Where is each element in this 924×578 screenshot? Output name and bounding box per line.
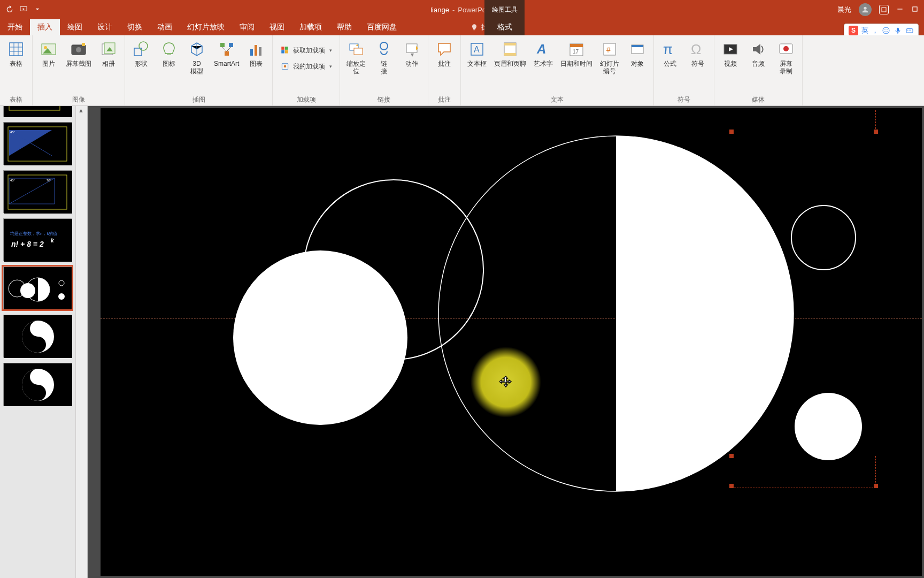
ribbon-screenshot[interactable]: 屏幕截图 (65, 39, 93, 70)
ribbon-myaddins[interactable]: 我的加载项▾ (277, 60, 335, 73)
ribbon-datetime[interactable]: 17日期和时间 (559, 39, 594, 70)
slide-thumbnail-selected[interactable] (3, 267, 72, 309)
ribbon-pic[interactable]: 图片 (37, 39, 60, 70)
ribbon-shapes[interactable]: 形状 (129, 39, 153, 70)
ribbon-textbox[interactable]: A文本框 (465, 39, 489, 70)
scroll-up-icon[interactable]: ▲ (78, 107, 84, 113)
ribbon-symbol[interactable]: Ω符号 (686, 39, 710, 70)
tab-百度网盘[interactable]: 百度网盘 (359, 19, 404, 35)
ribbon-smartart[interactable]: SmartArt (213, 39, 240, 70)
ribbon-screenrec[interactable]: 屏幕 录制 (774, 39, 798, 78)
svg-point-7 (887, 29, 887, 30)
tab-审阅[interactable]: 审阅 (232, 19, 262, 35)
ribbon-wordart[interactable]: A艺术字 (532, 39, 555, 70)
tab-帮助[interactable]: 帮助 (329, 19, 359, 35)
datetime-icon: 17 (568, 41, 585, 58)
group-label: 图像 (72, 93, 85, 104)
tab-幻灯片放映[interactable]: 幻灯片放映 (180, 19, 232, 35)
ribbon-headerfooter[interactable]: 页眉和页脚 (493, 39, 527, 70)
ribbon-album[interactable]: 相册 (97, 39, 120, 70)
slide-canvas[interactable] (101, 108, 922, 576)
ribbon-icons[interactable]: 图标 (157, 39, 181, 70)
minimize-button[interactable] (896, 5, 904, 14)
slide-canvas-area[interactable] (88, 106, 924, 578)
svg-text:45°: 45° (10, 179, 16, 182)
group-label: 文本 (551, 93, 564, 104)
textbox-icon: A (468, 41, 486, 58)
circle-filled-white-left[interactable] (232, 249, 409, 426)
tab-视图[interactable]: 视图 (262, 19, 292, 35)
tab-加载项[interactable]: 加载项 (292, 19, 329, 35)
thumbnail-scrollbar[interactable]: ▲ (75, 106, 87, 578)
svg-point-5 (883, 27, 889, 34)
group-label: 加载项 (297, 93, 316, 104)
ime-emoji-icon[interactable] (882, 26, 890, 35)
group-label: 媒体 (752, 93, 765, 104)
svg-rect-3 (897, 9, 902, 9)
ribbon-store[interactable]: 获取加载项▾ (277, 44, 335, 57)
selection-handle[interactable] (874, 484, 878, 488)
ime-voice-icon[interactable] (894, 26, 902, 35)
svg-point-105 (791, 206, 856, 270)
slide-thumbnail[interactable]: 45°70° (3, 170, 72, 213)
slide-thumbnail[interactable]: 45° (3, 122, 72, 165)
tab-动画[interactable]: 动画 (150, 19, 180, 35)
tab-切换[interactable]: 切换 (120, 19, 150, 35)
ribbon-zoom[interactable]: 缩放定 位 (344, 39, 368, 78)
qat-dropdown-icon[interactable] (33, 5, 42, 15)
slide-thumbnail[interactable] (3, 106, 72, 117)
circle-outline-small[interactable] (790, 204, 857, 271)
group-label: 表格 (10, 93, 22, 104)
tab-格式[interactable]: 格式 (484, 19, 525, 35)
half-circle-white[interactable] (437, 135, 795, 492)
quick-access-toolbar (0, 5, 42, 15)
slide-thumbnail[interactable]: 均是正整数，求n，k的值n! + 8 = 2k (3, 218, 72, 261)
ribbon-3d[interactable]: 3D 模型 (185, 39, 209, 78)
svg-rect-30 (229, 43, 233, 47)
tab-绘图[interactable]: 绘图 (60, 19, 90, 35)
ime-keyboard-icon[interactable] (905, 26, 914, 35)
tab-开始[interactable]: 开始 (0, 19, 30, 35)
svg-text:π: π (663, 41, 673, 57)
tab-设计[interactable]: 设计 (90, 19, 120, 35)
ribbon-display-icon[interactable] (879, 5, 889, 14)
titlebar: liange - PowerPoint 绘图工具 晨光 (0, 0, 924, 19)
ribbon-equation[interactable]: π公式 (658, 39, 682, 70)
redo-icon[interactable] (5, 5, 14, 15)
ribbon-slidenum[interactable]: #幻灯片 编号 (598, 39, 621, 78)
selection-handle[interactable] (729, 130, 734, 134)
start-from-beginning-icon[interactable] (19, 5, 28, 15)
action-icon (403, 41, 420, 58)
svg-rect-39 (282, 50, 285, 54)
slide-thumbnail[interactable] (3, 315, 72, 358)
ribbon-link[interactable]: 链 接 (372, 39, 396, 78)
group-label: 符号 (677, 93, 690, 104)
ribbon-chart[interactable]: 图表 (244, 39, 268, 70)
ribbon-object[interactable]: 对象 (626, 39, 649, 70)
maximize-button[interactable] (911, 5, 919, 14)
ribbon-group-加载项: 获取加载项▾我的加载项▾加载项 (273, 35, 340, 105)
ribbon-video[interactable]: 视频 (719, 39, 742, 70)
sogou-logo[interactable]: S (849, 26, 858, 35)
svg-rect-57 (570, 44, 583, 47)
tab-插入[interactable]: 插入 (30, 19, 60, 35)
slide-thumbnail[interactable] (3, 363, 72, 406)
svg-rect-53 (504, 43, 516, 45)
ribbon-audio[interactable]: 音频 (746, 39, 770, 70)
circle-filled-small[interactable] (794, 392, 863, 461)
ribbon-comment[interactable]: 批注 (433, 39, 456, 70)
slide-thumbnail-pane[interactable]: ▲ 45° 45°70° 均是正整数，求n，k的值n! + 8 = 2k (0, 106, 88, 578)
svg-text:k: k (51, 238, 54, 244)
selection-handle[interactable] (874, 130, 878, 134)
smartart-icon (218, 41, 235, 58)
icons-icon (160, 41, 178, 58)
ribbon-table[interactable]: 表格 (4, 39, 28, 70)
ime-punct-icon[interactable]: ， (872, 26, 879, 35)
group-label: 批注 (438, 93, 451, 104)
ribbon-action[interactable]: 动作 (400, 39, 424, 70)
svg-text:A: A (474, 45, 480, 54)
user-avatar[interactable] (859, 3, 872, 16)
svg-point-68 (783, 46, 789, 51)
ime-lang[interactable]: 英 (861, 26, 868, 35)
svg-rect-8 (897, 28, 899, 32)
